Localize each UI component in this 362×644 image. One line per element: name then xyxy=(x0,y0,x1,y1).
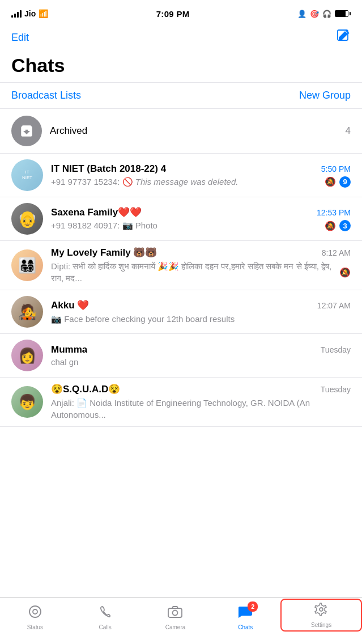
chat-time: 8:12 AM xyxy=(322,248,351,257)
tab-chats[interactable]: 2 Chats xyxy=(210,600,280,630)
chat-meta: 🔕 3 xyxy=(325,220,351,231)
chat-content: Akku ❤️ 12:07 AM 📷 Face before checking … xyxy=(51,299,351,325)
tab-status[interactable]: Status xyxy=(0,600,70,630)
chat-time: Tuesday xyxy=(321,345,351,354)
circle-icon: 🎯 xyxy=(310,10,319,18)
carrier-name: Jio xyxy=(24,9,36,18)
archived-label: Archived xyxy=(50,125,346,137)
status-icon xyxy=(28,604,42,622)
chat-preview: 📷 Face before checking your 12th board r… xyxy=(51,313,346,325)
calls-icon xyxy=(98,604,113,622)
battery-indicator xyxy=(335,10,351,17)
camera-icon xyxy=(167,604,183,622)
chat-meta: 🔕 9 xyxy=(325,176,351,188)
chat-row[interactable]: 🧑‍🎤 Akku ❤️ 12:07 AM 📷 Face before check… xyxy=(0,290,362,334)
chat-name: Saxena Family❤️❤️ xyxy=(51,206,142,218)
chat-content: Mumma Tuesday chal gn xyxy=(51,344,351,367)
status-tab-label: Status xyxy=(27,624,43,630)
tab-calls[interactable]: Calls xyxy=(70,600,140,630)
avatar: 🧑‍🎤 xyxy=(11,296,43,328)
chat-name: 😵S.Q.U.A.D😵 xyxy=(51,383,120,395)
chat-row[interactable]: ITNIET IT NIET (Batch 2018-22) 4 5:50 PM… xyxy=(0,154,362,197)
camera-tab-label: Camera xyxy=(165,624,186,630)
compose-button[interactable] xyxy=(336,28,351,46)
edit-button[interactable]: Edit xyxy=(11,32,29,44)
headphone-icon: 🎧 xyxy=(322,10,331,18)
chat-name: Mumma xyxy=(51,344,87,355)
chat-time: 5:50 PM xyxy=(321,164,351,173)
status-time: 7:09 PM xyxy=(156,9,190,19)
chats-tab-label: Chats xyxy=(238,624,253,630)
chat-row[interactable]: 👦 😵S.Q.U.A.D😵 Tuesday Anjali: 📄 Noida In… xyxy=(0,378,362,427)
page-title: Chats xyxy=(0,52,362,82)
chat-row[interactable]: 👨‍👩‍👧‍👦 My Lovely Family 🐻🐻 8:12 AM Dipt… xyxy=(0,241,362,290)
wifi-icon: 📶 xyxy=(39,9,48,18)
chats-icon: 2 xyxy=(237,604,253,622)
svg-rect-4 xyxy=(168,608,182,617)
chat-preview: +91 98182 40917: 📷 Photo xyxy=(51,221,157,230)
new-group-button[interactable]: New Group xyxy=(299,90,351,101)
tab-settings[interactable]: Settings xyxy=(280,599,362,632)
status-bar-right: 👤 🎯 🎧 xyxy=(297,10,351,18)
chat-content: My Lovely Family 🐻🐻 8:12 AM Dipti: सभी क… xyxy=(51,247,351,284)
status-bar-left: Jio 📶 xyxy=(11,9,48,18)
mute-icon: 🔕 xyxy=(339,267,351,278)
chat-preview: Dipti: सभी को हार्दिक शुभ कामनायें 🎉🎉 हो… xyxy=(51,260,335,284)
archive-icon xyxy=(11,116,42,146)
chat-meta: 🔕 xyxy=(339,267,351,278)
chat-time: Tuesday xyxy=(321,385,351,394)
mute-icon: 🔕 xyxy=(325,176,336,187)
avatar: 👩 xyxy=(11,340,43,371)
chat-preview: +91 97737 15234: 🚫 This message was dele… xyxy=(51,177,238,187)
broadcast-lists-button[interactable]: Broadcast Lists xyxy=(11,90,81,101)
svg-point-2 xyxy=(29,606,41,617)
status-bar: Jio 📶 7:09 PM 👤 🎯 🎧 xyxy=(0,0,362,25)
chat-name: IT NIET (Batch 2018-22) 4 xyxy=(51,163,166,175)
chat-row[interactable]: 👴 Saxena Family❤️❤️ 12:53 PM +91 98182 4… xyxy=(0,197,362,241)
archived-row[interactable]: Archived 4 xyxy=(0,109,362,154)
tab-bar: Status Calls Camera 2 Chats xyxy=(0,597,362,644)
chat-content: IT NIET (Batch 2018-22) 4 5:50 PM +91 97… xyxy=(51,163,351,188)
person-icon: 👤 xyxy=(297,10,306,18)
tab-camera[interactable]: Camera xyxy=(140,600,211,630)
chat-row[interactable]: 👩 Mumma Tuesday chal gn xyxy=(0,334,362,378)
chat-time: 12:53 PM xyxy=(317,208,351,217)
svg-point-6 xyxy=(320,608,323,611)
avatar: 👦 xyxy=(11,386,43,418)
sub-header: Broadcast Lists New Group xyxy=(0,83,362,108)
chat-time: 12:07 AM xyxy=(317,301,351,310)
svg-point-5 xyxy=(173,611,178,616)
avatar: 👴 xyxy=(11,203,43,235)
chat-preview: chal gn xyxy=(51,357,78,367)
settings-icon xyxy=(314,602,329,620)
chat-name: Akku ❤️ xyxy=(51,299,89,311)
chat-list-area: Archived 4 ITNIET IT NIET (Batch 2018-22… xyxy=(0,109,362,474)
avatar: ITNIET xyxy=(11,159,43,191)
signal-bars xyxy=(11,10,22,18)
calls-tab-label: Calls xyxy=(99,624,112,630)
chat-name: My Lovely Family 🐻🐻 xyxy=(51,247,157,259)
avatar: 👨‍👩‍👧‍👦 xyxy=(11,249,43,281)
chat-content: 😵S.Q.U.A.D😵 Tuesday Anjali: 📄 Noida Inst… xyxy=(51,383,351,421)
unread-badge: 9 xyxy=(339,176,351,188)
svg-point-3 xyxy=(33,609,37,614)
chat-preview: Anjali: 📄 Noida Institute of Engineering… xyxy=(51,397,346,421)
chat-content: Saxena Family❤️❤️ 12:53 PM +91 98182 409… xyxy=(51,206,351,231)
mute-icon: 🔕 xyxy=(325,221,336,231)
nav-bar: Edit xyxy=(0,25,362,52)
archived-count: 4 xyxy=(346,125,351,137)
unread-badge: 3 xyxy=(339,220,351,231)
settings-tab-label: Settings xyxy=(311,622,331,628)
